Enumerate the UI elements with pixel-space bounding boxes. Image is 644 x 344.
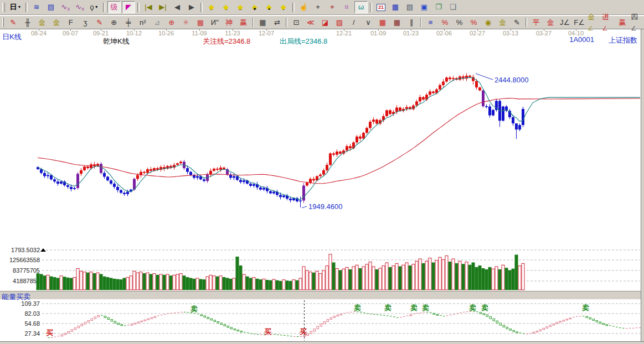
axis-label: 1793.5032 <box>11 247 40 253</box>
sell-signal-label: 卖 <box>469 304 476 312</box>
period-label: 日K线 <box>2 32 22 42</box>
candlestick-series <box>37 73 524 207</box>
buy-signal-label: 买 <box>264 327 271 336</box>
price-annotations: 2444.80001949.4600 <box>302 74 528 211</box>
sell-signal-label: 卖 <box>410 304 418 312</box>
date-label: 03-13 <box>503 30 518 37</box>
ma-long-line <box>38 98 640 184</box>
ma-short-line <box>38 77 640 200</box>
axis-label: 125663558 <box>9 257 40 263</box>
indicator-title-strip: 能量买卖 <box>0 291 641 300</box>
high-annotation: 2444.8000 <box>494 76 528 84</box>
cursor-marker <box>40 248 46 252</box>
exit-line-label: 出局线=2346.8 <box>280 37 327 46</box>
buy-sell-labels: 买买买卖卖卖卖卖卖卖卖 <box>46 304 589 337</box>
app-window: 日▼≋▤∿3∿9ϙ▼级◤|◀▶|◀▶◆←◆→◆↔◆✦◆+◆-☝+⌖⌗ω21▦▤▣… <box>0 0 644 344</box>
oscillator-bars <box>48 311 641 338</box>
date-label: 12-07 <box>259 30 274 37</box>
watch-line-label: 关注线=2346.8 <box>203 37 250 46</box>
date-label: 09-21 <box>93 30 109 37</box>
date-label: 10-12 <box>126 30 142 37</box>
symbol-name-label: 上证指数 <box>609 35 637 45</box>
date-axis: 08-2409-0709-2110-1210-2611-0911-2312-07… <box>0 29 641 35</box>
sell-signal-label: 卖 <box>481 304 488 312</box>
sell-signal-label: 卖 <box>422 304 429 312</box>
date-label: 03-27 <box>536 30 552 37</box>
indicator-name-label: 乾坤K线 <box>103 37 130 46</box>
axis-label: 41887853 <box>13 278 40 284</box>
date-label: 01-09 <box>370 30 386 37</box>
bottom-window-edge <box>0 341 644 344</box>
sell-signal-label: 卖 <box>582 304 589 312</box>
right-window-edge <box>641 29 644 344</box>
date-label: 12-21 <box>336 30 352 37</box>
date-label: 02-27 <box>470 30 485 37</box>
sell-signal-label: 卖 <box>190 305 198 313</box>
date-label: 10-26 <box>158 30 174 37</box>
date-label: 11-09 <box>192 30 207 37</box>
low-annotation: 1949.4600 <box>308 202 342 211</box>
volume-bars <box>37 254 524 290</box>
sell-signal-label: 卖 <box>354 304 361 312</box>
symbol-code-label: 1A0001 <box>569 35 594 44</box>
date-label: 11-23 <box>225 30 240 37</box>
indicator-title-label: 能量买卖 <box>2 292 30 302</box>
sell-signal-label: 卖 <box>384 304 391 312</box>
buy-signal-label: 买 <box>46 329 53 337</box>
axis-label: 27.34 <box>24 330 40 337</box>
buy-signal-label: 买 <box>300 327 307 336</box>
axis-label: 54.68 <box>24 320 40 327</box>
date-label: 01-23 <box>403 30 419 37</box>
date-label: 08-24 <box>31 30 47 37</box>
axis-label: 83775705 <box>13 267 40 274</box>
date-label: 02-06 <box>436 30 452 37</box>
axis-label: 82.03 <box>24 310 40 317</box>
date-label: 09-07 <box>63 30 78 37</box>
